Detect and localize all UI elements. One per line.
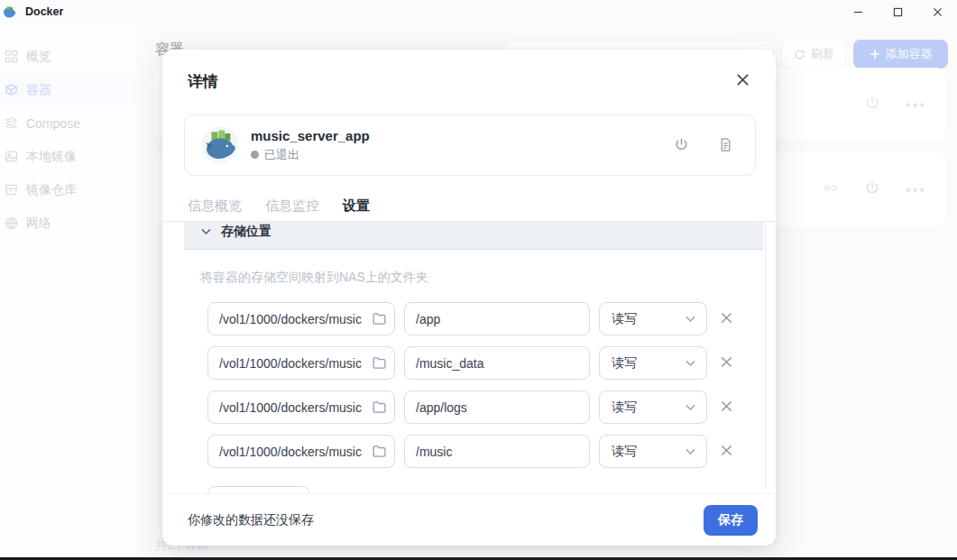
modal-title: 详情	[188, 71, 218, 92]
chevron-down-icon	[685, 445, 696, 457]
section-description: 将容器的存储空间映射到NAS上的文件夹	[200, 270, 776, 286]
remove-volume-button[interactable]	[716, 398, 736, 418]
close-icon	[736, 73, 750, 87]
permission-value: 读写	[612, 399, 637, 416]
unsaved-changes-message: 你修改的数据还没保存	[188, 512, 314, 528]
minimize-button[interactable]	[838, 0, 878, 23]
detail-tabs: 信息概览 信息监控 设置	[188, 197, 370, 224]
volume-mappings: 读写 读写	[207, 302, 776, 468]
volume-row: 读写	[207, 346, 776, 380]
status-text: 已退出	[264, 147, 299, 163]
close-icon	[721, 400, 732, 412]
app-title: Docker	[25, 5, 63, 18]
permission-value: 读写	[612, 311, 637, 327]
details-modal: 详情 music_server_app 已退出	[162, 50, 776, 546]
container-name: music_server_app	[251, 128, 370, 143]
container-status: 已退出	[251, 147, 370, 163]
window-controls	[838, 0, 957, 23]
tab-info-monitoring[interactable]: 信息监控	[265, 197, 319, 224]
document-icon	[718, 137, 733, 152]
container-info: music_server_app 已退出	[251, 128, 370, 163]
tab-settings[interactable]: 设置	[343, 197, 370, 224]
folder-icon	[372, 355, 387, 371]
permission-select[interactable]: 读写	[599, 302, 707, 335]
titlebar: Docker	[0, 0, 957, 23]
container-path-input[interactable]	[404, 435, 590, 468]
browse-folder-button[interactable]	[371, 311, 387, 327]
browse-folder-button[interactable]	[371, 399, 387, 416]
host-path-input[interactable]	[207, 302, 395, 335]
folder-icon	[372, 399, 387, 415]
container-avatar	[201, 126, 239, 164]
browse-folder-button[interactable]	[371, 355, 387, 372]
storage-section-header[interactable]: 存储位置	[184, 222, 763, 250]
scrollbar[interactable]	[765, 224, 766, 491]
host-path-input[interactable]	[207, 346, 395, 380]
docker-window: Docker 概览 容器 Compose	[0, 0, 957, 560]
power-toggle-button[interactable]	[673, 137, 689, 153]
browse-folder-button[interactable]	[371, 444, 387, 460]
settings-scroll-area[interactable]: 存储位置 将容器的存储空间映射到NAS上的文件夹 读写	[162, 222, 776, 493]
folder-icon	[372, 311, 387, 326]
volume-row: 读写	[207, 302, 776, 335]
remove-volume-button[interactable]	[716, 353, 736, 373]
chevron-down-icon	[685, 357, 696, 369]
close-icon	[721, 445, 732, 456]
section-title: 存储位置	[221, 224, 271, 240]
close-window-button[interactable]	[917, 0, 957, 23]
permission-value: 读写	[612, 355, 637, 372]
chevron-down-icon	[200, 225, 212, 237]
modal-footer: 你修改的数据还没保存 保存	[162, 493, 776, 546]
container-path-input[interactable]	[404, 302, 590, 335]
close-icon	[721, 356, 732, 368]
save-button[interactable]: 保存	[704, 505, 758, 536]
container-summary-card: music_server_app 已退出	[184, 115, 756, 176]
close-icon	[721, 312, 732, 324]
permission-select[interactable]: 读写	[599, 435, 707, 468]
permission-select[interactable]: 读写	[599, 346, 707, 380]
logs-button[interactable]	[717, 137, 733, 153]
host-path-input[interactable]	[207, 390, 395, 424]
remove-volume-button[interactable]	[716, 442, 736, 462]
host-path-input[interactable]	[207, 435, 395, 468]
chevron-down-icon	[685, 313, 696, 325]
container-path-input[interactable]	[404, 346, 590, 380]
permission-value: 读写	[612, 444, 637, 460]
volume-row: 读写	[207, 390, 776, 424]
status-dot-icon	[251, 151, 259, 159]
remove-volume-button[interactable]	[716, 309, 736, 329]
maximize-button[interactable]	[878, 0, 917, 23]
power-icon	[674, 137, 689, 152]
container-actions	[673, 137, 733, 153]
container-path-input[interactable]	[404, 390, 590, 424]
tab-info-overview[interactable]: 信息概览	[188, 197, 242, 224]
volume-row: 读写	[207, 435, 776, 468]
folder-icon	[372, 444, 387, 459]
close-modal-button[interactable]	[734, 73, 750, 89]
docker-logo-icon	[2, 5, 17, 20]
chevron-down-icon	[685, 401, 696, 413]
permission-select[interactable]: 读写	[599, 390, 707, 424]
add-path-button[interactable]: 添加路径	[207, 486, 309, 493]
